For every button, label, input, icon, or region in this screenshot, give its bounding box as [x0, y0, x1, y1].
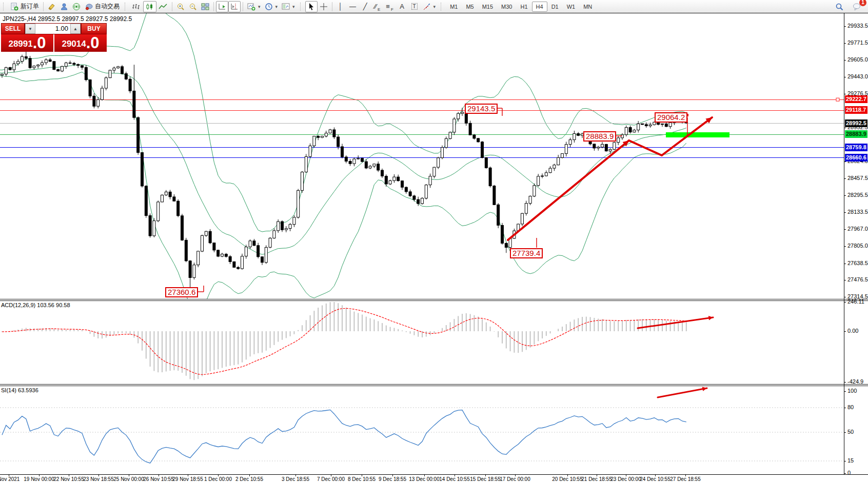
volume-input[interactable]: 1.00: [35, 24, 70, 34]
time-label[interactable]: 1 Dec 00:00: [200, 476, 236, 482]
tick-dash: [844, 391, 846, 392]
channel-tool-button[interactable]: ∕∕E: [371, 1, 384, 12]
cursor-tool-button[interactable]: [305, 1, 318, 12]
chart-shift-button[interactable]: [228, 1, 241, 12]
channel-tag: E: [378, 7, 380, 12]
fibonacci-tag: F: [391, 7, 393, 12]
price-tick: 29933.5: [847, 23, 868, 29]
time-label[interactable]: 9 Dec 18:55: [374, 476, 410, 482]
new-order-button[interactable]: 新订单: [8, 1, 41, 12]
autotrade-button[interactable]: 自动交易: [83, 1, 122, 12]
price-annotation[interactable]: 29143.5: [465, 104, 498, 114]
bar-chart-icon: [132, 3, 141, 10]
tick-dash: [844, 26, 846, 27]
profile-button[interactable]: [58, 1, 70, 12]
cursor-icon: [307, 3, 315, 11]
indicators-button[interactable]: ▾: [245, 1, 263, 12]
price-annotation[interactable]: 27360.6: [165, 287, 198, 297]
macd-indicator-label: ACD(12,26,9) 103.56 90.58: [1, 302, 70, 308]
buy-price[interactable]: 29014.0: [54, 34, 107, 52]
tick-dash: [844, 60, 846, 61]
search-button[interactable]: [833, 1, 845, 12]
toolbar-right: 1: [833, 0, 864, 13]
toolbar-grip: [300, 3, 303, 11]
signals-button[interactable]: [70, 1, 83, 12]
tick-dash: [844, 461, 846, 461]
volume-increase-button[interactable]: ▲: [70, 24, 81, 34]
search-icon: [835, 3, 843, 11]
price-tick: 28133.5: [847, 209, 868, 215]
vertical-line-tool-button[interactable]: │: [334, 1, 347, 12]
trendline-tool-button[interactable]: ╱: [359, 1, 371, 12]
fibonacci-tool-button[interactable]: ≡F: [384, 1, 396, 12]
timeframe-m5[interactable]: M5: [462, 2, 478, 12]
candlestick-mode-button[interactable]: [143, 1, 156, 12]
zoom-in-icon: [176, 3, 185, 11]
eraser-icon: [48, 3, 56, 11]
zoom-out-button[interactable]: [187, 1, 199, 12]
volume-stepper[interactable]: ▼ 1.00 ▲: [25, 23, 81, 34]
notifications-button[interactable]: 1: [851, 1, 864, 12]
timeframe-m15[interactable]: M15: [478, 2, 497, 12]
toolbar-separator: [172, 2, 172, 11]
autotrade-label: 自动交易: [95, 2, 120, 11]
timeframe-w1[interactable]: W1: [563, 2, 580, 12]
time-label[interactable]: 27 Dec 18:55: [667, 476, 703, 482]
text-label-tool-button[interactable]: T: [408, 1, 421, 12]
line-chart-mode-button[interactable]: [156, 1, 170, 12]
tile-windows-icon: [201, 3, 209, 11]
arrows-tool-button[interactable]: ▾: [421, 1, 438, 12]
tile-windows-button[interactable]: [199, 1, 211, 12]
buy-price-main: 29014: [62, 37, 86, 51]
timeframe-mn[interactable]: MN: [579, 2, 596, 12]
fibonacci-icon: ≡: [386, 3, 390, 10]
price-tick: 28457.5: [847, 175, 868, 181]
price-level-label: 28992.5: [845, 119, 867, 127]
price-level-label: 28883.9: [845, 130, 867, 138]
price-tick: 28295.5: [847, 192, 868, 198]
price-annotation[interactable]: 28883.9: [583, 131, 616, 142]
zoom-in-button[interactable]: [174, 1, 187, 12]
timeframe-m30[interactable]: M30: [497, 2, 516, 12]
buy-button[interactable]: BUY: [81, 23, 107, 34]
price-axis[interactable]: 29933.529771.529605.029443.029276.528952…: [844, 13, 868, 474]
trend-arrow: [638, 316, 713, 328]
chart-plot-area[interactable]: [0, 13, 844, 474]
time-axis[interactable]: Nov 202119 Nov 00:0022 Nov 10:5523 Nov 1…: [0, 474, 868, 483]
macd-tick: 0.00: [847, 328, 858, 334]
rsi-indicator-label: SI(14) 63.5936: [1, 387, 38, 393]
text-tool-button[interactable]: A: [396, 1, 408, 12]
time-label[interactable]: 3 Dec 18:55: [278, 476, 313, 482]
eraser-button[interactable]: [46, 1, 58, 12]
time-label[interactable]: 2 Dec 10:55: [231, 476, 267, 482]
time-label[interactable]: 17 Dec 00:00: [497, 476, 533, 482]
timeframe-m1[interactable]: M1: [446, 2, 462, 12]
pane-divider[interactable]: [0, 299, 868, 301]
toolbar-separator: [332, 2, 332, 11]
horizontal-line-tool-button[interactable]: —: [347, 1, 359, 12]
price-annotation[interactable]: 29064.2: [655, 112, 687, 123]
timeframe-h1[interactable]: H1: [517, 2, 532, 12]
tick-dash: [844, 473, 846, 474]
pane-divider[interactable]: [0, 384, 868, 386]
periods-button[interactable]: ▾: [263, 1, 280, 12]
templates-button[interactable]: ▾: [280, 1, 297, 12]
auto-scroll-button[interactable]: [216, 1, 228, 12]
toolbar-grip: [3, 3, 6, 11]
bar-chart-mode-button[interactable]: [130, 1, 143, 12]
zoom-out-icon: [189, 3, 197, 11]
volume-decrease-button[interactable]: ▼: [25, 24, 35, 34]
price-level-label: 28660.6: [845, 154, 867, 162]
price-annotation[interactable]: 27739.4: [510, 248, 543, 258]
price-tick: 27476.5: [847, 276, 868, 283]
main-chart-layer: [0, 13, 844, 313]
tick-dash: [844, 408, 846, 408]
sell-button[interactable]: SELL: [1, 23, 25, 34]
signal-icon: [72, 3, 81, 11]
timeframe-h4[interactable]: H4: [532, 2, 547, 12]
price-tick: 27638.5: [847, 260, 868, 266]
sell-price[interactable]: 28991.0: [1, 34, 53, 52]
crosshair-tool-button[interactable]: [318, 1, 330, 12]
timeframe-d1[interactable]: D1: [547, 2, 563, 12]
rsi-tick: 80: [847, 404, 854, 410]
